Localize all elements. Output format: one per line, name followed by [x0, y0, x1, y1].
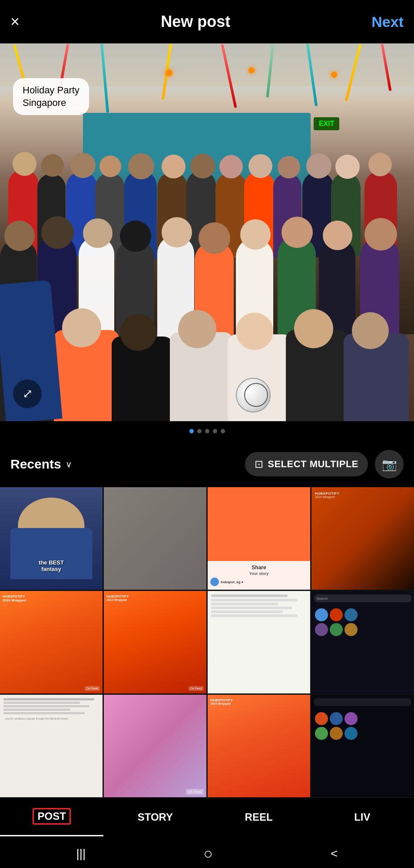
photo-cell-9[interactable]: ...you for sending a request through the… — [0, 695, 103, 797]
recents-label: Recents — [10, 457, 61, 472]
select-multiple-label: SELECT MULTIPLE — [268, 459, 358, 470]
photo-cell-2[interactable] — [104, 487, 206, 590]
expand-icon: ⤢ — [23, 388, 33, 400]
dots-indicator — [0, 421, 414, 441]
preview-image: EXIT — [0, 43, 414, 421]
dot-1 — [189, 429, 194, 433]
dot-2 — [197, 429, 202, 433]
tab-reel[interactable]: REEL — [207, 798, 311, 836]
toolbar-right: ⊡ SELECT MULTIPLE 📷 — [245, 450, 404, 479]
photo-cell-3[interactable]: Share Your story hubspot_sg ● — [208, 487, 310, 590]
select-multiple-icon: ⊡ — [255, 458, 263, 470]
recents-dropdown[interactable]: Recents ∨ — [10, 457, 72, 472]
close-button[interactable]: × — [10, 14, 20, 30]
chevron-down-icon: ∨ — [66, 459, 72, 469]
header: × New post Next — [0, 0, 414, 43]
menu-nav-icon[interactable]: ||| — [76, 847, 86, 861]
content-type-tabs: POST STORY REEL LIV — [0, 797, 414, 836]
next-button[interactable]: Next — [371, 13, 404, 30]
select-multiple-button[interactable]: ⊡ SELECT MULTIPLE — [245, 452, 368, 476]
photo-cell-10[interactable]: On Feed — [104, 695, 206, 797]
gallery-section: Recents ∨ ⊡ SELECT MULTIPLE 📷 the BES — [0, 441, 414, 836]
crowd-area — [0, 109, 414, 421]
dot-4 — [213, 429, 217, 433]
tab-post[interactable]: POST — [0, 798, 103, 836]
photo-1-label: the BESTfantasy — [3, 559, 99, 572]
photo-cell-12[interactable] — [311, 695, 414, 797]
photo-cell-7[interactable] — [208, 591, 310, 693]
photo-cell-11[interactable]: HUBSPOTIFY 2024 Wrapped — [208, 695, 310, 797]
expand-button[interactable]: ⤢ — [13, 380, 42, 408]
tab-story[interactable]: STORY — [103, 798, 207, 836]
photo-cell-1[interactable]: the BESTfantasy — [0, 487, 103, 590]
home-nav-icon[interactable]: ○ — [203, 845, 213, 863]
tab-story-label: STORY — [138, 811, 173, 823]
photo-grid: the BESTfantasy Share Your story hubspot… — [0, 487, 414, 797]
tab-reel-label: REEL — [245, 811, 273, 823]
tab-live[interactable]: LIV — [311, 798, 414, 836]
camera-button[interactable]: 📷 — [375, 450, 404, 479]
page-title: New post — [161, 13, 230, 31]
location-tag: Holiday Party Singapore — [13, 78, 89, 115]
back-nav-icon[interactable]: < — [331, 847, 338, 861]
system-nav-bar: ||| ○ < — [0, 836, 414, 868]
dot-5 — [221, 429, 225, 433]
preview-area: EXIT — [0, 43, 414, 421]
tab-live-label: LIV — [354, 811, 370, 823]
light-decoration — [248, 67, 255, 73]
camera-icon: 📷 — [382, 457, 397, 472]
photo-cell-4[interactable]: HUBSPOTIFY 2024 Wrapped — [311, 487, 414, 590]
photo-cell-8[interactable]: Search — [311, 591, 414, 693]
photo-cell-6[interactable]: HUBSPOTIFY 2024 Wrapped On Feed — [104, 591, 206, 693]
gallery-toolbar: Recents ∨ ⊡ SELECT MULTIPLE 📷 — [0, 441, 414, 487]
tab-post-label: POST — [33, 808, 70, 825]
dot-3 — [205, 429, 209, 433]
photo-cell-5[interactable]: HUBSPOTIFY 2024 Wrapped On Feed — [0, 591, 103, 693]
